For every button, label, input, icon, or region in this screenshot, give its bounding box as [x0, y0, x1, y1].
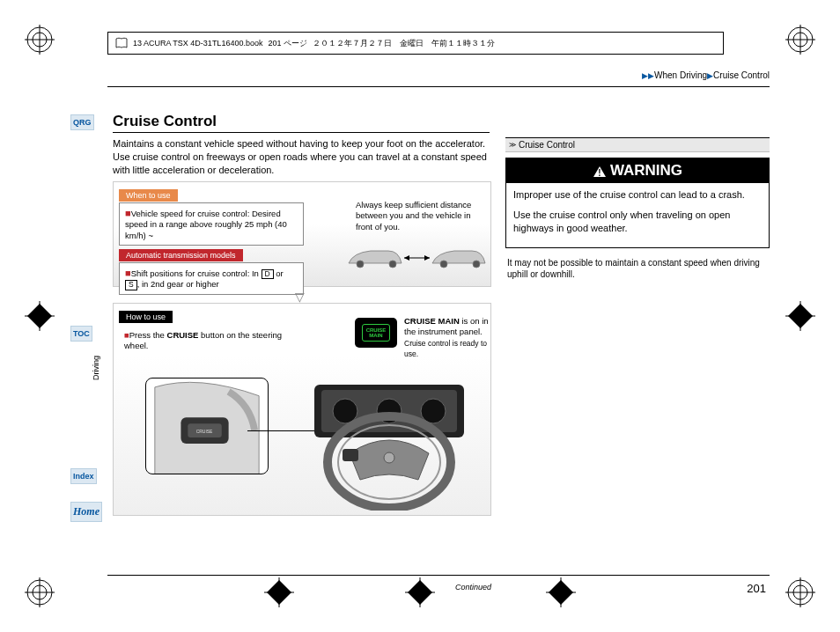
nav-index[interactable]: Index — [70, 468, 97, 484]
shift-b: , in 2nd gear or higher — [137, 279, 219, 289]
registration-mark — [785, 25, 815, 55]
svg-rect-48 — [343, 449, 358, 461]
registration-mark — [25, 301, 55, 331]
gear-s: S — [125, 280, 137, 290]
warning-icon: ! — [593, 165, 607, 177]
speed-text: Vehicle speed for cruise control: Desire… — [125, 209, 287, 240]
warning-box: ! WARNING Improper use of the cruise con… — [505, 158, 770, 248]
nav-home[interactable]: Home — [70, 502, 102, 522]
press-a: Press the — [129, 330, 167, 340]
rule-bottom — [107, 575, 770, 576]
cruise-main-indicator: CRUISEMAIN — [355, 318, 397, 348]
svg-marker-37 — [424, 255, 430, 261]
nav-toc[interactable]: TOC — [70, 326, 92, 342]
note-text: It may not be possible to maintain a con… — [505, 257, 770, 281]
nav-qrg[interactable]: QRG — [70, 114, 94, 130]
svg-marker-36 — [404, 255, 409, 261]
cruise-button-zoom: CRUISE — [145, 378, 269, 474]
svg-point-32 — [389, 261, 396, 268]
section-title: Cruise Control — [519, 140, 575, 150]
panel-text: CRUISE MAIN is on in the instrument pane… — [404, 316, 492, 359]
speed-info: ■Vehicle speed for cruise control: Desir… — [119, 202, 304, 246]
tag-when-to-use: When to use — [119, 189, 178, 202]
intro-text: Maintains a constant vehicle speed witho… — [113, 137, 491, 177]
chevron-right-icon: ▶▶ — [642, 71, 654, 80]
svg-text:!: ! — [598, 168, 601, 178]
cruise-btn-label: CRUISE — [196, 430, 213, 434]
shift-a: Shift positions for cruise control: In — [131, 268, 262, 278]
breadcrumb-a: When Driving — [654, 70, 707, 80]
panel-a: CRUISE MAIN — [404, 316, 460, 326]
diagram-when-to-use: When to use ■Vehicle speed for cruise co… — [113, 181, 491, 287]
steering-wheel-illustration — [306, 365, 473, 511]
chevron-right-icon: ≫ — [509, 141, 516, 149]
cars-illustration — [344, 237, 490, 274]
cruise-main-label: CRUISEMAIN — [362, 324, 391, 342]
press-cruise-text: ■Press the CRUISE button on the steering… — [124, 330, 283, 352]
book-icon — [115, 37, 128, 49]
press-b: CRUISE — [167, 330, 199, 340]
page-title: Cruise Control — [113, 113, 217, 130]
header-page-token: 201 ページ — [268, 38, 307, 49]
svg-point-47 — [384, 452, 394, 463]
diagram-how-to-use: How to use ■Press the CRUISE button on t… — [113, 303, 491, 516]
svg-point-31 — [357, 261, 364, 268]
bullet-icon: ■ — [125, 208, 131, 218]
bullet-icon: ■ — [125, 268, 131, 278]
arrow-down-icon: ▽ — [295, 290, 305, 304]
rule-top — [107, 86, 770, 87]
shift-info: ■Shift positions for cruise control: In … — [119, 262, 304, 295]
section-header: ≫ Cruise Control — [505, 137, 770, 152]
registration-mark — [25, 577, 55, 607]
tag-auto-trans: Automatic transmission models — [119, 249, 243, 261]
svg-point-34 — [473, 261, 480, 268]
page-number: 201 — [747, 582, 766, 595]
breadcrumb: ▶▶When Driving▶Cruise Control — [642, 70, 770, 80]
registration-mark — [25, 25, 55, 55]
warning-header: ! WARNING — [506, 158, 769, 183]
header-filename: 13 ACURA TSX 4D-31TL16400.book — [133, 39, 262, 48]
continued-label: Continued — [455, 583, 491, 592]
shift-or: or — [274, 268, 284, 278]
warning-p1: Improper use of the cruise control can l… — [513, 188, 762, 202]
warning-p2: Use the cruise control only when traveli… — [513, 209, 762, 235]
tag-how-to-use: How to use — [119, 311, 173, 323]
gear-d: D — [262, 269, 274, 279]
svg-point-33 — [440, 261, 447, 268]
warning-title: WARNING — [610, 162, 682, 180]
title-underline — [113, 132, 490, 133]
section-label: Driving — [92, 356, 100, 380]
header-bar: 13 ACURA TSX 4D-31TL16400.book 201 ページ ２… — [107, 32, 724, 55]
header-date: ２０１２年７月２７日 金曜日 午前１１時３１分 — [313, 38, 495, 49]
distance-text: Always keep sufficient distance between … — [356, 200, 488, 232]
panel-c: Cruise control is ready to use. — [404, 339, 487, 358]
breadcrumb-b: Cruise Control — [713, 70, 770, 80]
